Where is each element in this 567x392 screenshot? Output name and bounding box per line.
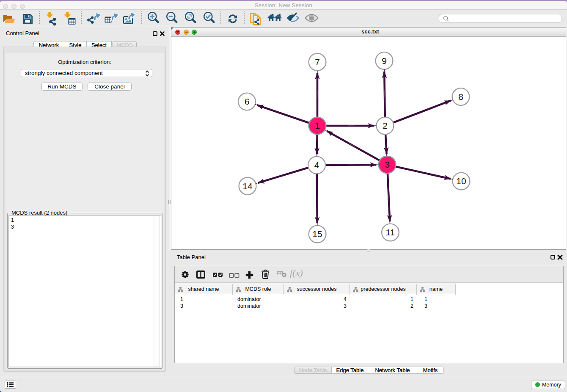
svg-text:15: 15 [312,229,322,239]
svg-text:4: 4 [314,160,319,170]
svg-text:14: 14 [242,181,253,191]
svg-text:9: 9 [382,56,387,66]
svg-text:11: 11 [386,227,395,237]
svg-text:8: 8 [458,92,463,102]
svg-text:10: 10 [456,176,466,186]
svg-text:7: 7 [315,57,320,67]
svg-text:1: 1 [315,121,320,130]
svg-text:6: 6 [245,97,250,106]
svg-text:2: 2 [383,121,388,130]
svg-text:3: 3 [385,160,390,169]
